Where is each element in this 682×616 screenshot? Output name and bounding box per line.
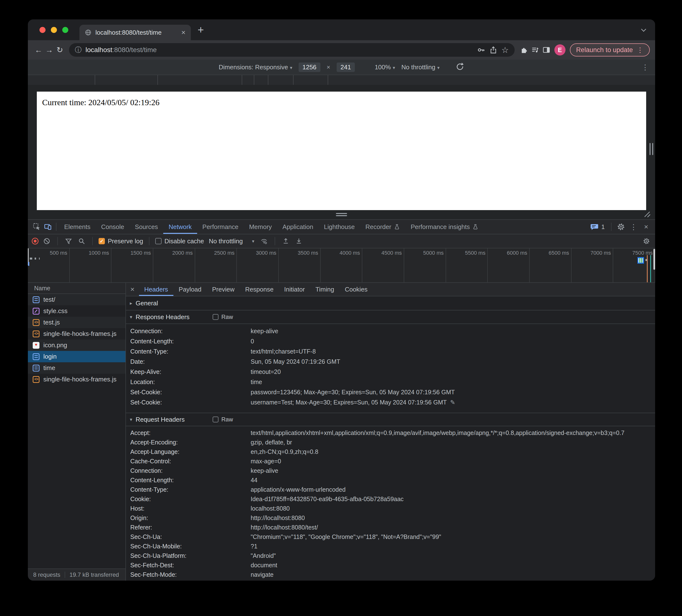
dimensions-select[interactable]: Dimensions: Responsive▾ bbox=[219, 64, 292, 71]
general-section-header[interactable]: ▸ General bbox=[126, 296, 655, 310]
browser-menu-icon[interactable]: ⋮ bbox=[637, 46, 643, 54]
timeline-tick-label: 3000 ms bbox=[237, 248, 279, 282]
activity-mark bbox=[30, 258, 32, 260]
viewport-height-input[interactable]: 241 bbox=[337, 63, 355, 72]
detail-tab[interactable]: Headers bbox=[139, 283, 174, 296]
zoom-window-button[interactable] bbox=[62, 27, 68, 33]
forward-button[interactable]: → bbox=[44, 45, 54, 55]
request-raw-checkbox[interactable]: Raw bbox=[213, 416, 233, 423]
edit-pencil-icon[interactable]: ✎ bbox=[450, 399, 455, 406]
issues-message-icon[interactable] bbox=[589, 221, 600, 233]
devtools-panel-tab[interactable]: Performance bbox=[197, 220, 244, 234]
devtools-panel-tab[interactable]: Lighthouse bbox=[319, 220, 360, 234]
network-settings-gear-icon[interactable] bbox=[641, 236, 651, 246]
devtools-tabbar-actions: 1 ⋮ × bbox=[589, 221, 652, 233]
preserve-log-checkbox[interactable]: ✓Preserve log bbox=[98, 238, 143, 245]
inspect-element-icon[interactable] bbox=[31, 221, 42, 233]
requests-name-column-header[interactable]: Name bbox=[28, 283, 126, 294]
import-har-icon[interactable] bbox=[281, 236, 291, 246]
request-row[interactable]: style.css bbox=[28, 305, 126, 317]
devtools-panel-tab[interactable]: Console bbox=[96, 220, 129, 234]
request-row[interactable]: login bbox=[28, 351, 126, 362]
profile-avatar[interactable]: E bbox=[554, 44, 566, 56]
rotate-viewport-icon[interactable] bbox=[456, 62, 464, 72]
request-headers-section-header[interactable]: ▾ Request Headers Raw bbox=[126, 413, 655, 426]
activity-mark bbox=[35, 258, 36, 260]
devtools-panel-tab[interactable]: Sources bbox=[130, 220, 163, 234]
clear-network-log-icon[interactable] bbox=[42, 236, 51, 246]
request-row[interactable]: test/ bbox=[28, 294, 126, 305]
file-type-icon bbox=[33, 365, 40, 372]
filter-icon[interactable] bbox=[64, 236, 73, 246]
header-name: Cookie: bbox=[130, 496, 251, 503]
bookmark-star-icon[interactable]: ☆ bbox=[501, 46, 508, 54]
tab-close-icon[interactable]: × bbox=[181, 29, 185, 36]
network-throttling-select[interactable]: No throttling▾ bbox=[207, 238, 256, 245]
split-drag-handle[interactable] bbox=[336, 213, 347, 217]
header-value: username=Test; Max-Age=30; Expires=Sun, … bbox=[251, 399, 455, 406]
request-row[interactable]: single-file-hooks-frames.js bbox=[28, 328, 126, 339]
extensions-puzzle-icon[interactable] bbox=[519, 44, 530, 56]
devtools-panel-tab[interactable]: Elements bbox=[59, 220, 96, 234]
back-button[interactable]: ← bbox=[33, 45, 44, 55]
share-icon[interactable] bbox=[489, 46, 497, 54]
timeline-tick-label: 2000 ms bbox=[153, 248, 195, 282]
device-toolbar-toggle-icon[interactable] bbox=[42, 221, 53, 233]
site-info-icon[interactable]: ⓘ bbox=[75, 45, 82, 54]
address-bar[interactable]: ⓘ localhost:8080/test/time ☆ bbox=[69, 43, 515, 57]
close-window-button[interactable] bbox=[40, 27, 46, 33]
web-page: Current time: 2024/05/05/ 02:19:26 bbox=[37, 92, 646, 210]
minimize-window-button[interactable] bbox=[51, 27, 57, 33]
new-tab-button[interactable]: + bbox=[198, 24, 204, 35]
devtools-panel-tab[interactable]: Network bbox=[163, 220, 197, 234]
caret-down-icon: ▾ bbox=[393, 65, 395, 70]
request-row[interactable]: test.js bbox=[28, 317, 126, 328]
detail-tab[interactable]: Response bbox=[240, 283, 279, 296]
detail-tab[interactable]: Initiator bbox=[279, 283, 310, 296]
detail-tab[interactable]: Timing bbox=[310, 283, 340, 296]
detail-tab[interactable]: Cookies bbox=[340, 283, 373, 296]
network-conditions-icon[interactable] bbox=[259, 236, 269, 246]
devtools-settings-gear-icon[interactable] bbox=[615, 221, 627, 233]
browser-tab[interactable]: localhost:8080/test/time × bbox=[79, 25, 191, 40]
request-header-row: Sec-Ch-Ua: "Chromium";v="118", "Google C… bbox=[126, 532, 655, 542]
reload-button[interactable]: ↻ bbox=[54, 45, 65, 55]
devtools-close-icon[interactable]: × bbox=[641, 221, 652, 233]
media-playlist-icon[interactable] bbox=[530, 44, 541, 56]
header-name: Connection: bbox=[130, 328, 251, 335]
request-row[interactable]: icon.png bbox=[28, 339, 126, 351]
devtools-panel-tab[interactable]: Memory bbox=[244, 220, 277, 234]
viewport-resize-handle[interactable] bbox=[650, 143, 653, 155]
response-raw-checkbox[interactable]: Raw bbox=[213, 313, 233, 321]
requests-count: 8 requests bbox=[33, 571, 60, 578]
search-icon[interactable] bbox=[77, 236, 87, 246]
relaunch-to-update-button[interactable]: Relaunch to update ⋮ bbox=[570, 43, 650, 57]
detail-tab[interactable]: Payload bbox=[174, 283, 207, 296]
viewport-width-input[interactable]: 1256 bbox=[299, 63, 320, 72]
devtools-panel-tab[interactable]: Performance insights bbox=[405, 220, 484, 234]
devtools-panel-tab[interactable]: Recorder bbox=[360, 220, 405, 234]
network-overview-timeline[interactable]: 500 ms1000 ms1500 ms2000 ms2500 ms3000 m… bbox=[28, 248, 655, 283]
record-network-log-button[interactable] bbox=[32, 238, 39, 244]
detail-tab[interactable]: Preview bbox=[207, 283, 240, 296]
throttling-select[interactable]: No throttling▾ bbox=[401, 64, 439, 71]
request-row[interactable]: single-file-hooks-frames.js bbox=[28, 374, 126, 385]
close-detail-icon[interactable]: × bbox=[126, 285, 139, 293]
devtools-panel-tab[interactable]: Application bbox=[277, 220, 318, 234]
response-headers-section-header[interactable]: ▾ Response Headers Raw bbox=[126, 310, 655, 324]
zoom-select[interactable]: 100%▾ bbox=[375, 64, 395, 71]
device-toolbar-menu-icon[interactable]: ⋮ bbox=[641, 63, 649, 71]
side-panel-icon[interactable] bbox=[541, 44, 552, 56]
issues-count[interactable]: 1 bbox=[601, 223, 605, 230]
request-row[interactable]: time bbox=[28, 362, 126, 374]
header-value: "Chromium";v="118", "Google Chrome";v="1… bbox=[251, 533, 441, 541]
tab-search-chevron[interactable] bbox=[642, 28, 655, 32]
screenshot-thumbnail bbox=[637, 257, 644, 264]
corner-resize-handle[interactable] bbox=[643, 211, 652, 218]
overview-scrollbar-thumb[interactable] bbox=[654, 249, 655, 270]
url-path: :8080/test/time bbox=[112, 46, 157, 53]
disable-cache-checkbox[interactable]: Disable cache bbox=[155, 238, 204, 245]
devtools-menu-icon[interactable]: ⋮ bbox=[628, 221, 639, 233]
key-icon[interactable] bbox=[477, 46, 485, 54]
export-har-icon[interactable] bbox=[294, 236, 304, 246]
